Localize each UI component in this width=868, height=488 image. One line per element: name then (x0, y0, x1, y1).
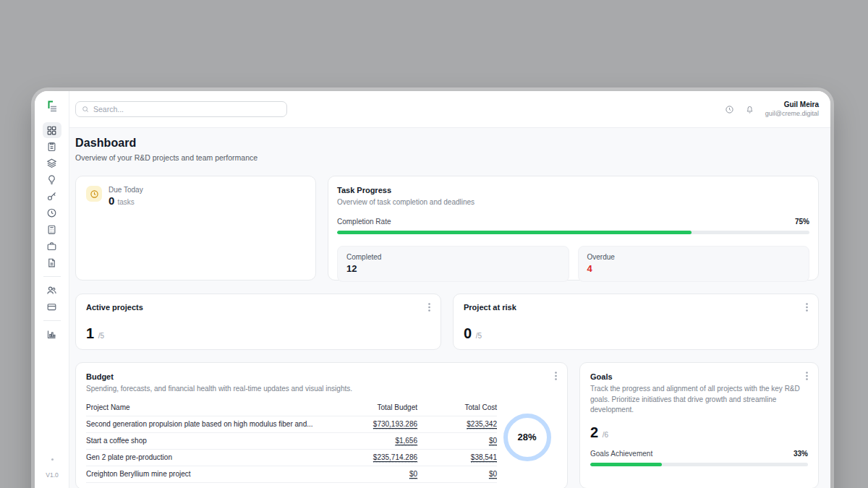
sidebar: V1.0 (35, 91, 69, 488)
cost-value[interactable]: $38,541 (471, 453, 497, 463)
budget-table: Project Name Total Budget Total Cost Sec… (86, 403, 497, 488)
goals-total: /6 (603, 431, 608, 439)
table-row[interactable]: Start a coffee shop $1,656 $0 (86, 433, 497, 450)
clipboard-icon (46, 141, 57, 152)
table-row[interactable]: Creighton Beryllium mine project $0 $0 (86, 466, 497, 483)
sidebar-item-calculator[interactable] (43, 221, 61, 238)
active-projects-value: 1 /5 (86, 325, 104, 342)
task-progress-title: Task Progress (337, 186, 809, 194)
task-progress-card: Task Progress Overview of task completio… (328, 176, 819, 281)
kebab-menu-icon[interactable] (425, 303, 433, 312)
project-at-risk-title: Project at risk (464, 303, 808, 312)
budget-value[interactable]: $0 (409, 470, 417, 479)
due-today-value: 0 tasks (109, 194, 143, 207)
clock-icon (90, 189, 99, 199)
sidebar-divider (43, 320, 61, 321)
dashboard-content: Dashboard Overview of your R&D projects … (69, 128, 830, 488)
user-name: Guil Meira (765, 100, 819, 110)
goals-subtitle: Track the progress and alignment of all … (590, 384, 808, 416)
goals-card: Goals Track the progress and alignment o… (579, 362, 819, 488)
bell-icon[interactable] (745, 105, 754, 114)
table-row[interactable]: Gen 2 plate pre-production $235,714.286 … (86, 450, 497, 466)
col-project-name: Project Name (86, 403, 325, 411)
users-icon (46, 285, 57, 296)
more-projects-link[interactable]: +1 more projects (86, 483, 497, 488)
layers-icon (46, 158, 57, 168)
user-email: guil@creme.digital (765, 110, 819, 118)
search-input[interactable] (93, 105, 281, 114)
budget-title: Budget (86, 372, 557, 381)
topbar-right: Guil Meira guil@creme.digital (725, 100, 819, 118)
project-at-risk-value: 0 /5 (464, 325, 482, 342)
budget-gauge: 28% (503, 414, 551, 461)
overdue-stat: Overdue 4 (578, 246, 810, 282)
creme-logo (45, 99, 59, 114)
completed-stat: Completed 12 (337, 246, 569, 282)
budget-value[interactable]: $730,193.286 (373, 420, 417, 429)
budget-gauge-percent: 28% (517, 432, 536, 442)
bar-chart-icon (46, 329, 57, 340)
sidebar-item-billing[interactable] (43, 299, 61, 315)
sidebar-item-tools[interactable] (43, 188, 61, 205)
completion-fill (337, 231, 692, 234)
budget-value[interactable]: $235,714.286 (373, 453, 417, 463)
budget-card: Budget Spending, forecasts, and financia… (75, 362, 568, 488)
user-menu[interactable]: Guil Meira guil@creme.digital (765, 100, 819, 118)
cost-value[interactable]: $0 (489, 437, 497, 446)
clock-icon (46, 207, 57, 218)
search-bar[interactable] (75, 101, 287, 117)
due-today-unit: tasks (118, 198, 135, 206)
overdue-label: Overdue (587, 253, 801, 261)
page-title: Dashboard (75, 137, 819, 150)
clock-icon[interactable] (725, 105, 734, 114)
active-projects-total: /5 (98, 332, 104, 340)
sidebar-item-dashboard[interactable] (43, 122, 61, 138)
col-total-budget: Total Budget (325, 403, 417, 411)
kebab-menu-icon[interactable] (552, 372, 559, 380)
key-icon (46, 191, 57, 202)
table-row[interactable]: Second generation propulsion plate based… (86, 416, 497, 433)
project-at-risk-total: /5 (476, 332, 482, 340)
completion-rate-percent: 75% (795, 218, 809, 226)
budget-subtitle: Spending, forecasts, and financial healt… (86, 384, 557, 395)
task-progress-subtitle: Overview of task completion and deadline… (337, 197, 809, 208)
search-icon (82, 106, 93, 113)
briefcase-icon (46, 241, 57, 252)
sidebar-item-time[interactable] (43, 205, 61, 221)
lightbulb-icon (46, 174, 57, 185)
main-area: Guil Meira guil@creme.digital Dashboard … (69, 91, 830, 488)
kebab-menu-icon[interactable] (803, 303, 810, 312)
completed-label: Completed (346, 253, 560, 261)
col-total-cost: Total Cost (417, 403, 497, 411)
cost-value[interactable]: $0 (489, 470, 497, 479)
sidebar-item-reports[interactable] (43, 326, 61, 343)
sidebar-item-portfolio[interactable] (43, 238, 61, 254)
goals-value: 2 /6 (590, 424, 808, 441)
sidebar-item-team[interactable] (43, 282, 61, 299)
credit-card-icon (46, 301, 57, 312)
sidebar-item-tasks[interactable] (43, 138, 61, 155)
completion-rate-bar (337, 231, 809, 234)
due-today-text: Due Today 0 tasks (109, 186, 143, 270)
active-projects-title: Active projects (86, 303, 430, 312)
sidebar-nav (43, 122, 61, 343)
topbar: Guil Meira guil@creme.digital (69, 91, 830, 128)
sidebar-item-ideas[interactable] (43, 171, 61, 188)
cost-value[interactable]: $235,342 (467, 420, 497, 429)
sidebar-item-documents[interactable] (43, 254, 61, 271)
goals-title: Goals (590, 372, 808, 381)
sidebar-item-projects[interactable] (43, 155, 61, 171)
goals-achievement-label: Goals Achievement (590, 450, 652, 458)
active-projects-card: Active projects 1 /5 (75, 294, 441, 350)
budget-table-header: Project Name Total Budget Total Cost (86, 403, 497, 416)
calculator-icon (46, 224, 57, 235)
completion-rate-label: Completion Rate (337, 218, 391, 226)
goals-achievement-fill (590, 463, 662, 466)
due-today-iconbox (86, 186, 102, 202)
grid-icon (46, 125, 57, 136)
goals-achievement-percent: 33% (793, 450, 808, 458)
due-today-label: Due Today (109, 186, 143, 194)
due-today-card: Due Today 0 tasks (75, 176, 316, 281)
budget-value[interactable]: $1,656 (395, 437, 417, 446)
kebab-menu-icon[interactable] (803, 372, 810, 380)
